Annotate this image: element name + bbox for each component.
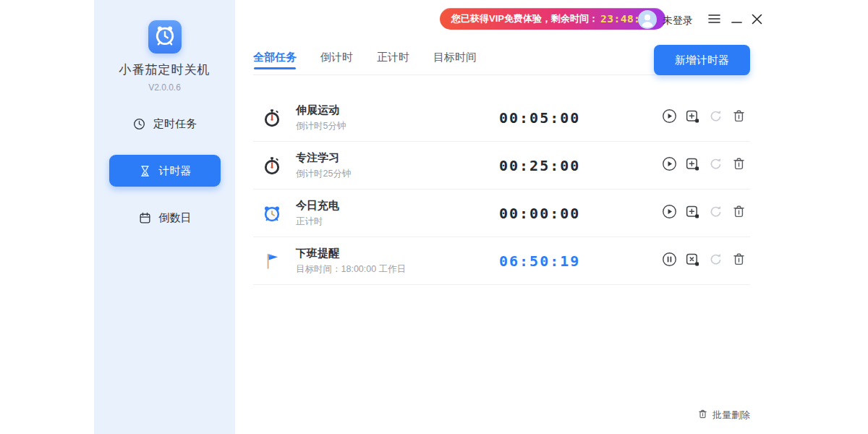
add-timer-button[interactable]: 新增计时器 (654, 45, 750, 75)
alarm-clock-icon (263, 204, 281, 223)
add-time-icon (685, 204, 700, 222)
task-time: 06:50:19 (499, 252, 662, 270)
vip-banner[interactable]: 您已获得VIP免费体验，剩余时间： 23:48:11 (440, 8, 665, 30)
add-time-icon (685, 156, 700, 174)
sidebar-item-timer[interactable]: 计时器 (109, 155, 221, 187)
add-time-button[interactable] (685, 110, 700, 125)
app-name: 小番茄定时关机 (94, 61, 235, 78)
reset-button[interactable] (708, 158, 723, 173)
minimize-icon (731, 14, 742, 27)
trash-icon (731, 156, 746, 174)
task-info: 今日充电 正计时 (296, 199, 499, 228)
trash-icon (731, 252, 746, 270)
task-info: 下班提醒 目标时间：18:00:00 工作日 (296, 247, 499, 276)
delete-button[interactable] (731, 253, 746, 268)
window-close-button[interactable] (749, 13, 764, 27)
app-logo (148, 20, 182, 54)
reset-icon (708, 204, 723, 222)
task-actions (662, 253, 746, 268)
content: 全部任务 倒计时 正计时 目标时间 新增计时器 (253, 41, 750, 285)
reset-icon (708, 252, 723, 270)
task-subtitle: 倒计时25分钟 (296, 168, 499, 180)
main-area: 您已获得VIP免费体验，剩余时间： 23:48:11 未登录 (235, 0, 868, 434)
task-row: 伸展运动 倒计时5分钟 00:05:00 (253, 94, 750, 142)
stopwatch-icon (263, 109, 281, 127)
hourglass-icon (138, 164, 152, 178)
calendar-icon (138, 211, 152, 225)
menu-icon (708, 14, 720, 27)
window-minimize-button[interactable] (729, 13, 744, 27)
sidebar-menu: 定时任务 计时器 倒数 (94, 108, 235, 234)
task-title: 下班提醒 (296, 247, 499, 260)
sidebar-item-label: 倒数日 (159, 211, 192, 225)
add-time-icon (685, 109, 700, 127)
sidebar-item-label: 计时器 (159, 164, 192, 178)
task-title: 伸展运动 (296, 103, 499, 117)
task-info: 伸展运动 倒计时5分钟 (296, 103, 499, 132)
play-icon (662, 204, 677, 222)
tab-target-time[interactable]: 目标时间 (433, 41, 477, 75)
sidebar: 小番茄定时关机 V2.0.0.6 定时任务 (94, 0, 235, 434)
task-list: 伸展运动 倒计时5分钟 00:05:00 (253, 94, 750, 285)
pause-icon (662, 252, 677, 270)
trash-icon (697, 409, 708, 422)
reset-button[interactable] (708, 253, 723, 268)
reset-button[interactable] (708, 110, 723, 125)
tab-countdown[interactable]: 倒计时 (320, 41, 353, 75)
task-actions (662, 110, 746, 125)
alarm-clock-logo-icon (153, 23, 177, 51)
clock-icon (132, 117, 146, 131)
trash-icon (731, 109, 746, 127)
reset-button[interactable] (708, 205, 723, 221)
user-avatar-icon (638, 10, 657, 32)
task-time: 00:00:00 (499, 205, 662, 222)
task-row: 今日充电 正计时 00:00:00 (253, 190, 750, 237)
close-icon (752, 14, 762, 27)
delete-button[interactable] (731, 205, 746, 221)
sidebar-item-countdown-days[interactable]: 倒数日 (109, 202, 221, 234)
batch-delete-button[interactable]: 批量删除 (697, 409, 750, 422)
task-row: 下班提醒 目标时间：18:00:00 工作日 06:50:19 (253, 237, 750, 285)
trash-icon (731, 204, 746, 222)
tab-all-tasks[interactable]: 全部任务 (253, 41, 297, 75)
task-row: 专注学习 倒计时25分钟 00:25:00 (253, 142, 750, 190)
play-icon (662, 109, 677, 127)
reset-icon (708, 156, 723, 174)
play-button[interactable] (662, 158, 677, 173)
task-time: 00:25:00 (499, 157, 662, 174)
task-title: 专注学习 (296, 151, 499, 165)
pause-button[interactable] (662, 253, 677, 268)
task-subtitle: 倒计时5分钟 (296, 120, 499, 132)
sidebar-item-label: 定时任务 (153, 117, 197, 131)
play-button[interactable] (662, 205, 677, 221)
stopwatch-icon (263, 156, 281, 175)
add-time-button[interactable] (685, 158, 700, 173)
account-login[interactable]: 未登录 (638, 10, 693, 32)
reset-icon (708, 109, 723, 127)
play-icon (662, 156, 677, 174)
task-subtitle: 正计时 (296, 216, 499, 228)
app-version: V2.0.0.6 (94, 82, 235, 93)
batch-delete-label: 批量删除 (712, 409, 750, 422)
task-subtitle: 目标时间：18:00:00 工作日 (296, 263, 499, 276)
task-actions (662, 158, 746, 173)
window-menu-button[interactable] (707, 13, 721, 27)
add-time-button[interactable] (685, 205, 700, 221)
tab-count-up[interactable]: 正计时 (377, 41, 409, 75)
app-window: 小番茄定时关机 V2.0.0.6 定时任务 (0, 0, 868, 434)
task-info: 专注学习 倒计时25分钟 (296, 151, 499, 180)
login-status-label: 未登录 (663, 14, 693, 27)
flag-icon (263, 252, 281, 271)
cancel-button[interactable] (685, 253, 700, 268)
task-time: 00:05:00 (499, 109, 662, 127)
play-button[interactable] (662, 110, 677, 125)
delete-button[interactable] (731, 110, 746, 125)
task-title: 今日充电 (296, 199, 499, 213)
vip-banner-text: 您已获得VIP免费体验，剩余时间： (451, 12, 598, 25)
cancel-square-icon (685, 252, 700, 270)
delete-button[interactable] (731, 158, 746, 173)
task-actions (662, 205, 746, 221)
sidebar-item-scheduled-tasks[interactable]: 定时任务 (109, 108, 221, 140)
